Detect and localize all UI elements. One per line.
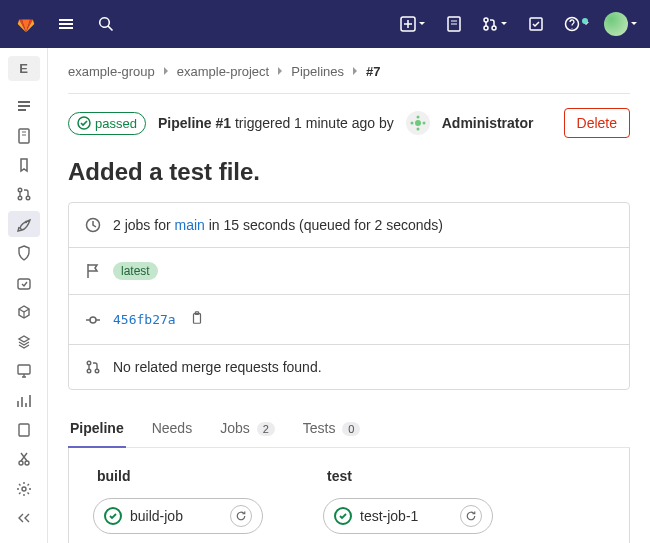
tab-tests[interactable]: Tests 0 (301, 410, 363, 448)
stage-name: build (93, 468, 263, 484)
search-icon[interactable] (92, 10, 120, 38)
commit-section: 456fb27a (69, 294, 629, 344)
repository-icon[interactable] (8, 123, 40, 148)
delete-button[interactable]: Delete (564, 108, 630, 138)
merge-request-icon (85, 359, 101, 375)
svg-point-2 (484, 18, 488, 22)
top-navigation (0, 0, 650, 48)
svg-point-3 (484, 26, 488, 30)
packages-icon[interactable] (8, 300, 40, 325)
user-avatar-icon[interactable] (406, 111, 430, 135)
svg-point-15 (19, 461, 23, 465)
job-name: test-job-1 (360, 508, 452, 524)
svg-point-22 (416, 116, 419, 119)
monitor-icon[interactable] (8, 358, 40, 383)
breadcrumb-pipelines[interactable]: Pipelines (291, 64, 344, 79)
no-mr-text: No related merge requests found. (113, 359, 322, 375)
pipeline-graph: build build-job test test-job-1 (68, 448, 630, 543)
flag-icon (85, 263, 101, 279)
svg-point-16 (25, 461, 29, 465)
status-badge[interactable]: passed (68, 112, 146, 135)
breadcrumb: example-group example-project Pipelines … (68, 64, 630, 79)
svg-rect-13 (18, 365, 30, 374)
commit-sha-link[interactable]: 456fb27a (113, 312, 176, 327)
collapse-sidebar-icon[interactable] (8, 506, 40, 531)
snippets-icon[interactable] (8, 447, 40, 472)
commit-icon (85, 312, 101, 328)
gitlab-logo-icon[interactable] (12, 10, 40, 38)
wiki-icon[interactable] (8, 417, 40, 442)
project-info-icon[interactable] (8, 93, 40, 118)
analytics-icon[interactable] (8, 388, 40, 413)
svg-point-30 (95, 369, 99, 373)
tab-navigation: Pipeline Needs Jobs 2 Tests 0 (68, 410, 630, 448)
chevron-right-icon (275, 64, 285, 79)
infrastructure-icon[interactable] (8, 329, 40, 354)
deployments-icon[interactable] (8, 270, 40, 295)
context-sidebar: E (0, 48, 48, 543)
todo-icon[interactable] (522, 10, 550, 38)
job-status-passed-icon (104, 507, 122, 525)
issues-icon[interactable] (440, 10, 468, 38)
project-avatar[interactable]: E (8, 56, 40, 81)
cicd-icon[interactable] (8, 211, 40, 236)
copy-sha-button[interactable] (188, 309, 206, 330)
svg-point-4 (492, 26, 496, 30)
jobs-count-badge: 2 (257, 422, 275, 436)
svg-point-29 (87, 369, 91, 373)
svg-point-8 (18, 189, 22, 193)
chevron-right-icon (350, 64, 360, 79)
tab-jobs[interactable]: Jobs 2 (218, 410, 277, 448)
job-pill-build[interactable]: build-job (93, 498, 263, 534)
hamburger-menu-icon[interactable] (52, 10, 80, 38)
breadcrumb-current: #7 (366, 64, 380, 79)
svg-point-28 (87, 361, 91, 365)
issues-sidebar-icon[interactable] (8, 152, 40, 177)
chevron-right-icon (161, 64, 171, 79)
jobs-summary: 2 jobs for main in 15 seconds (queued fo… (69, 203, 629, 247)
stage-build: build build-job (93, 468, 263, 534)
stage-name: test (323, 468, 493, 484)
retry-button[interactable] (460, 505, 482, 527)
breadcrumb-group[interactable]: example-group (68, 64, 155, 79)
svg-rect-12 (18, 279, 30, 289)
svg-rect-7 (19, 129, 29, 143)
stage-test: test test-job-1 (323, 468, 493, 534)
tests-count-badge: 0 (342, 422, 360, 436)
pipeline-trigger-text: Pipeline #1 triggered 1 minute ago by (158, 115, 394, 131)
avatar (604, 12, 628, 36)
tab-needs[interactable]: Needs (150, 410, 194, 448)
security-icon[interactable] (8, 241, 40, 266)
help-dropdown[interactable] (564, 16, 590, 32)
main-content: example-group example-project Pipelines … (48, 48, 650, 543)
svg-point-19 (415, 120, 421, 126)
merge-requests-dropdown[interactable] (482, 16, 508, 32)
svg-point-21 (422, 122, 425, 125)
job-name: build-job (130, 508, 222, 524)
svg-point-11 (24, 221, 26, 223)
merge-requests-section: No related merge requests found. (69, 344, 629, 389)
clipboard-icon (190, 311, 204, 325)
svg-point-17 (22, 487, 26, 491)
latest-section: latest (69, 247, 629, 294)
status-label: passed (95, 116, 137, 131)
settings-icon[interactable] (8, 476, 40, 501)
retry-button[interactable] (230, 505, 252, 527)
job-status-passed-icon (334, 507, 352, 525)
check-circle-icon (77, 116, 91, 130)
tab-pipeline[interactable]: Pipeline (68, 410, 126, 448)
plus-dropdown[interactable] (400, 16, 426, 32)
user-link[interactable]: Administrator (442, 115, 534, 131)
svg-point-10 (26, 197, 30, 201)
svg-point-20 (410, 122, 413, 125)
ref-link[interactable]: main (174, 217, 204, 233)
merge-requests-sidebar-icon[interactable] (8, 182, 40, 207)
svg-point-9 (18, 197, 22, 201)
latest-tag: latest (113, 262, 158, 280)
user-menu[interactable] (604, 12, 638, 36)
job-pill-test[interactable]: test-job-1 (323, 498, 493, 534)
clock-icon (85, 217, 101, 233)
breadcrumb-project[interactable]: example-project (177, 64, 270, 79)
pipeline-info-box: 2 jobs for main in 15 seconds (queued fo… (68, 202, 630, 390)
pipeline-header: passed Pipeline #1 triggered 1 minute ag… (68, 94, 630, 152)
